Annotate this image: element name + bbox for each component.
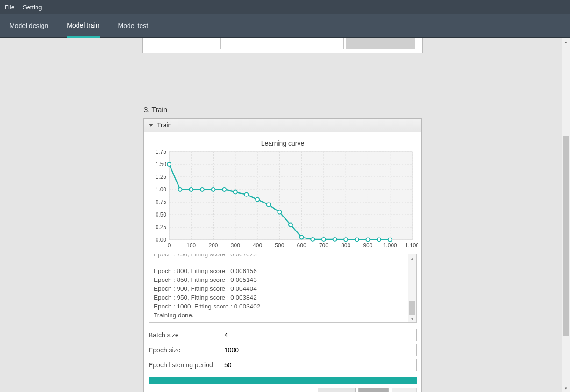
batch-size-row: Batch size	[144, 328, 421, 343]
content-area: 3. Train Train Learning curve 0100200300…	[0, 38, 570, 392]
log-scroll-thumb[interactable]	[409, 301, 415, 315]
section-label-train: 3. Train	[144, 105, 167, 113]
epoch-size-label: Epoch size	[149, 346, 221, 354]
action-buttons: One time N time Stop	[144, 388, 421, 392]
svg-text:400: 400	[253, 242, 262, 249]
svg-point-43	[189, 188, 193, 191]
page-scroll-thumb[interactable]	[563, 136, 569, 336]
epoch-size-row: Epoch size	[144, 343, 421, 357]
tab-model-design[interactable]: Model design	[9, 14, 48, 37]
svg-point-44	[200, 188, 204, 191]
chart-title: Learning curve	[147, 140, 419, 147]
menubar: File Setting	[0, 0, 570, 14]
svg-point-50	[267, 203, 271, 206]
training-progress-bar	[149, 377, 417, 384]
log-line-clipped: Epoch : 750, Fitting score : 0.007023	[154, 254, 257, 258]
previous-panel-stub	[142, 38, 423, 53]
svg-text:0.50: 0.50	[156, 211, 167, 218]
page-scroll-down-icon[interactable]: ▾	[562, 384, 570, 392]
svg-point-54	[311, 238, 314, 241]
svg-text:700: 700	[319, 242, 328, 249]
panel-title: Train	[157, 121, 171, 129]
svg-point-47	[234, 190, 237, 194]
svg-point-51	[278, 210, 281, 214]
stub-button[interactable]	[346, 38, 415, 49]
svg-point-42	[178, 188, 182, 191]
learning-curve-chart: 01002003004005006007008009001,0001,1000.…	[147, 150, 418, 250]
tab-model-test[interactable]: Model test	[118, 14, 149, 37]
svg-text:0.75: 0.75	[156, 199, 167, 205]
svg-point-60	[377, 238, 381, 242]
svg-point-56	[333, 238, 337, 241]
svg-text:500: 500	[275, 242, 284, 249]
page-scrollbar[interactable]: ▴ ▾	[562, 38, 570, 392]
svg-point-61	[388, 238, 392, 242]
svg-point-53	[300, 236, 304, 239]
svg-point-45	[212, 188, 215, 191]
epoch-listen-label: Epoch listening period	[149, 361, 221, 369]
collapse-icon	[149, 124, 153, 127]
svg-point-48	[244, 193, 248, 196]
one-time-button[interactable]: One time	[318, 388, 356, 392]
svg-text:1,000: 1,000	[383, 242, 397, 249]
svg-text:100: 100	[186, 242, 196, 249]
chart-container: Learning curve 0100200300400500600700800…	[144, 132, 421, 252]
svg-text:0.25: 0.25	[156, 224, 167, 231]
log-text: Epoch : 800, Fitting score : 0.006156 Ep…	[154, 266, 407, 320]
svg-point-46	[222, 188, 226, 191]
svg-point-49	[256, 198, 259, 202]
stop-button[interactable]: Stop	[392, 388, 417, 392]
epoch-listen-row: Epoch listening period	[144, 357, 421, 372]
page-scroll-up-icon[interactable]: ▴	[562, 38, 570, 46]
menu-file[interactable]: File	[5, 4, 14, 11]
tabbar: Model design Model train Model test	[0, 14, 570, 38]
epoch-listen-input[interactable]	[221, 359, 417, 371]
svg-text:1.00: 1.00	[156, 186, 167, 193]
svg-point-41	[167, 162, 171, 166]
svg-text:1.25: 1.25	[156, 174, 167, 180]
train-panel-header[interactable]: Train	[144, 119, 421, 132]
svg-point-58	[355, 238, 359, 241]
log-scroll-down-icon[interactable]: ▾	[408, 315, 416, 322]
svg-text:0.00: 0.00	[156, 237, 167, 243]
svg-text:600: 600	[297, 242, 306, 249]
tab-model-train[interactable]: Model train	[67, 14, 99, 38]
epoch-size-input[interactable]	[221, 344, 417, 356]
train-panel: Train Learning curve 0100200300400500600…	[143, 118, 422, 392]
svg-text:900: 900	[363, 242, 372, 249]
svg-text:800: 800	[341, 242, 350, 249]
log-scrollbar[interactable]: ▴ ▾	[408, 254, 416, 322]
svg-point-55	[322, 238, 326, 241]
svg-point-57	[344, 238, 348, 241]
svg-text:1,100: 1,100	[405, 242, 418, 249]
training-log[interactable]: Epoch : 750, Fitting score : 0.007023 Ep…	[149, 254, 417, 323]
svg-text:200: 200	[209, 242, 218, 249]
menu-setting[interactable]: Setting	[23, 4, 42, 11]
n-time-button[interactable]: N time	[358, 388, 389, 392]
log-scroll-up-icon[interactable]: ▴	[408, 254, 416, 262]
svg-text:300: 300	[231, 242, 240, 249]
stub-input[interactable]	[220, 38, 344, 49]
svg-text:1.50: 1.50	[156, 161, 167, 168]
batch-size-label: Batch size	[149, 331, 221, 339]
svg-point-59	[366, 238, 370, 242]
svg-point-52	[289, 223, 292, 227]
svg-text:0: 0	[168, 242, 171, 249]
batch-size-input[interactable]	[221, 329, 417, 341]
svg-text:1.75: 1.75	[156, 150, 167, 155]
